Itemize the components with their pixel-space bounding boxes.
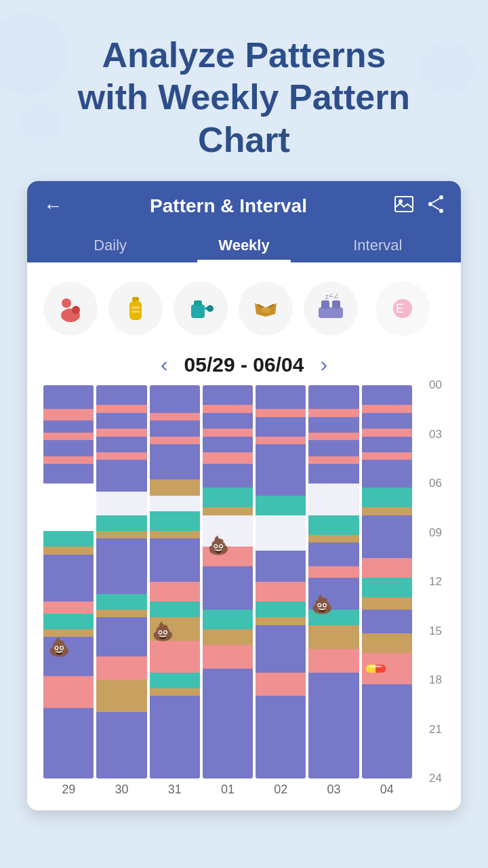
nav-top: ← Pattern & Interval [43,195,445,218]
time-06: 06 [429,477,442,490]
back-button[interactable]: ← [43,195,62,217]
day-label-01: 01 [203,783,253,797]
svg-rect-19 [319,307,343,318]
chart-col-01: 💩 01 [203,385,253,797]
time-03: 03 [429,428,442,441]
svg-point-3 [428,202,432,206]
svg-rect-0 [395,197,413,212]
svg-rect-21 [332,300,340,309]
svg-point-1 [399,199,403,203]
chart-columns: 💩 29 [43,385,412,797]
content-area: z z z E ‹ 05/29 - 06/04 › [27,262,461,810]
svg-line-5 [432,199,439,203]
image-icon[interactable] [394,196,413,216]
header-title: Analyze Patterns with Weekly Pattern Cha… [27,34,461,161]
date-nav: ‹ 05/29 - 06/04 › [38,341,450,385]
svg-point-7 [62,298,71,308]
cat-pump[interactable] [174,281,228,336]
svg-text:z: z [325,294,329,300]
share-icon[interactable] [427,195,445,218]
svg-point-17 [207,305,214,312]
chart-col-03: 💩 03 [308,385,359,797]
time-09: 09 [429,526,442,540]
tab-interval[interactable]: Interval [311,229,445,262]
tab-bar: Daily Weekly Interval [43,229,445,262]
nav-bar: ← Pattern & Interval [27,181,461,262]
day-label-30: 30 [96,783,146,797]
day-label-02: 02 [256,783,306,797]
day-label-03: 03 [308,783,359,797]
header-line1: Analyze Patterns [102,35,386,75]
svg-rect-16 [194,300,202,306]
chart-col-30: 30 [96,385,146,797]
chart-container: 💩 29 [38,385,450,797]
svg-rect-10 [132,297,139,301]
cat-diaper[interactable] [239,281,293,336]
svg-line-6 [432,205,439,210]
header-section: Analyze Patterns with Weekly Pattern Cha… [0,0,488,181]
cat-breastfeed[interactable] [43,281,98,336]
prev-date-button[interactable]: ‹ [161,352,168,377]
chart-col-04: 💊 04 [362,385,412,797]
time-21: 21 [429,723,442,736]
chart-col-02: 02 [256,385,306,797]
time-15: 15 [429,625,442,638]
chart-col-29: 💩 29 [43,385,94,797]
header-line2: with Weekly Pattern Chart [78,77,410,159]
day-label-31: 31 [150,783,200,797]
svg-point-9 [72,306,80,314]
tab-weekly[interactable]: Weekly [177,229,310,262]
svg-rect-13 [131,311,140,313]
cat-sleep[interactable]: z z z [304,281,358,336]
svg-text:z: z [329,294,333,299]
svg-point-4 [439,209,443,213]
nav-icons [394,195,445,218]
svg-rect-14 [191,304,205,318]
nav-title: Pattern & Interval [150,195,307,217]
svg-rect-12 [131,307,140,309]
day-label-04: 04 [362,783,412,797]
chart-col-31: 💩 31 [150,385,200,797]
date-range-display: 05/29 - 06/04 [184,353,304,376]
svg-text:z: z [334,294,339,300]
tab-daily[interactable]: Daily [43,229,177,262]
time-labels: 00 03 06 09 12 15 18 21 24 [415,385,445,778]
cat-bottle[interactable] [108,281,163,336]
time-18: 18 [429,673,442,687]
time-12: 12 [429,575,442,589]
svg-rect-18 [262,307,270,313]
svg-rect-20 [321,300,329,309]
next-date-button[interactable]: › [320,352,327,377]
time-00: 00 [429,378,442,392]
time-24: 24 [429,772,442,785]
category-row: z z z E [38,276,450,341]
app-card: ← Pattern & Interval [27,181,461,810]
svg-text:E: E [396,302,404,315]
cat-extra[interactable]: E [375,281,430,336]
day-label-29: 29 [43,783,94,797]
svg-point-2 [439,195,443,199]
